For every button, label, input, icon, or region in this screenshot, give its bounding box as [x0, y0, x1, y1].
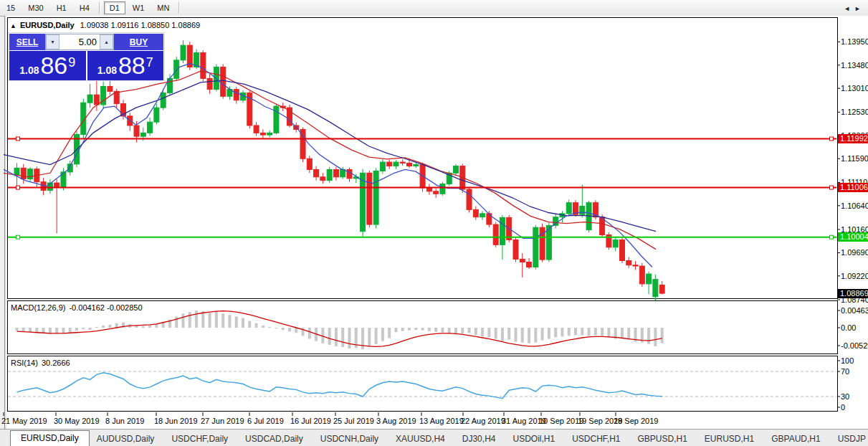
tab-AUDUSD-Daily[interactable]: AUDUSD,Daily [90, 431, 162, 446]
price-tick-label: 1.11590 [841, 154, 868, 163]
sell-price-box[interactable]: 1.08869 [9, 51, 86, 80]
tab-USDOil-H1[interactable]: USDOil,H1 [505, 431, 562, 446]
volume-increase-button[interactable]: ▲ [100, 34, 113, 49]
macd-histogram-bar [581, 328, 583, 335]
macd-histogram-bar [235, 316, 238, 328]
line-handle[interactable] [830, 186, 834, 189]
date-tick-label: 28 Sep 2019 [614, 417, 658, 425]
chart-title: ▲EURUSD,Daily1.09038 1.09116 1.08850 1.0… [10, 21, 200, 29]
macd-histogram-bar [115, 323, 118, 328]
candlestick [373, 171, 378, 225]
macd-histogram-bar [89, 328, 92, 330]
candlestick [254, 125, 259, 133]
candlestick [407, 163, 412, 166]
tab-EURUSD-H1[interactable]: EURUSD,H1 [697, 431, 761, 446]
macd-histogram-bar [448, 328, 451, 333]
sell-price-pip: 9 [68, 55, 75, 70]
price-marker-resistance: 1.11006 [838, 183, 868, 192]
price-tick-label: 1.13010 [841, 84, 868, 92]
collapse-panel-icon[interactable]: ▲ [10, 22, 16, 29]
macd-histogram-bar [102, 326, 105, 328]
tab-USDJP[interactable]: USDJP [831, 431, 868, 446]
macd-histogram-bar [221, 313, 224, 328]
macd-histogram-bar [388, 328, 391, 338]
candlestick [207, 78, 212, 89]
tab-scroll-right-icon[interactable]: ► [854, 5, 865, 12]
macd-histogram-bar [661, 328, 664, 343]
macd-histogram-bar [461, 328, 464, 333]
chevron-down-icon: ▼ [50, 39, 55, 44]
candlestick [440, 184, 445, 194]
macd-histogram-bar [574, 328, 577, 335]
buy-price-box[interactable]: 1.08887 [87, 51, 164, 80]
tab-XAUUSD-H4[interactable]: XAUUSD,H4 [388, 431, 452, 446]
macd-histogram-bar [242, 318, 244, 328]
macd-histogram-bar [348, 328, 351, 348]
candlestick [493, 224, 498, 245]
macd-histogram-bar [441, 328, 444, 333]
macd-histogram-bar [495, 328, 497, 339]
candlestick [473, 209, 478, 217]
candlestick [613, 239, 618, 247]
macd-histogram-bar [35, 328, 38, 333]
tab-GBPUSD-H1[interactable]: GBPUSD,H1 [631, 431, 695, 446]
line-handle[interactable] [830, 137, 834, 141]
candlestick [619, 239, 624, 260]
macd-header: MACD(12,26,9)-0.004162 -0.002850 [11, 303, 143, 312]
macd-histogram-bar [561, 328, 563, 336]
macd-histogram-bar [521, 328, 524, 343]
volume-input[interactable] [59, 34, 100, 49]
line-handle[interactable] [830, 235, 834, 239]
price-marker-resistance: 1.11992 [838, 134, 868, 143]
macd-histogram-bar [75, 328, 78, 331]
macd-histogram-bar [588, 328, 591, 336]
candlestick [28, 169, 33, 179]
candlestick [221, 67, 226, 97]
tab-scroll-left-icon[interactable]: ◄ [844, 5, 854, 12]
candlestick [380, 162, 385, 171]
sell-button[interactable]: SELL [9, 34, 45, 50]
line-handle[interactable] [16, 235, 20, 239]
candlestick [580, 207, 585, 215]
candlestick [639, 266, 644, 284]
macd-histogram-bar [275, 328, 277, 328]
rsi-label: RSI(14) [11, 359, 38, 367]
candlestick [21, 168, 26, 179]
macd-histogram-bar [228, 315, 231, 328]
candlestick [367, 173, 372, 224]
candlestick [148, 122, 153, 133]
candlestick [267, 133, 272, 135]
tab-GBPAUD-H1[interactable]: GBPAUD,H1 [764, 431, 827, 446]
macd-histogram-bar [182, 313, 185, 328]
tab-EURUSD-Daily[interactable]: EURUSD,Daily [10, 430, 90, 446]
macd-histogram-bar [428, 328, 431, 331]
macd-histogram-bar [394, 328, 397, 332]
tab-DJ30-H4[interactable]: DJ30,H4 [455, 431, 503, 446]
sell-price-prefix: 1.08 [19, 65, 39, 76]
macd-histogram-bar [654, 328, 657, 346]
macd-values: -0.004162 -0.002850 [69, 303, 142, 312]
candlestick [161, 92, 166, 108]
candlestick [527, 262, 532, 267]
candlestick [181, 45, 186, 60]
line-handle[interactable] [16, 137, 20, 141]
macd-histogram-bar [148, 326, 151, 328]
tab-USDCAD-Daily[interactable]: USDCAD,Daily [238, 431, 310, 446]
tab-USDCNH-Daily[interactable]: USDCNH,Daily [313, 431, 386, 446]
macd-histogram-bar [262, 326, 264, 328]
macd-histogram-bar [468, 328, 471, 333]
buy-price-pip: 7 [146, 55, 153, 70]
one-click-trade-panel: SELL ▼ ▲ BUY 1.08869 1.08887 [8, 32, 165, 81]
tab-USDCHF-H1[interactable]: USDCHF,H1 [565, 431, 627, 446]
date-tick-label: 22 Aug 2019 [461, 417, 505, 425]
macd-histogram-bar [16, 328, 19, 331]
buy-button[interactable]: BUY [114, 34, 163, 50]
candlestick [467, 189, 472, 209]
date-tick-label: 30 May 2019 [54, 417, 100, 425]
volume-decrease-button[interactable]: ▼ [46, 34, 59, 49]
macd-histogram-bar [29, 328, 32, 332]
line-handle[interactable] [16, 186, 20, 189]
candlestick [414, 165, 419, 166]
tab-USDCHF-Daily[interactable]: USDCHF,Daily [164, 431, 235, 446]
candlestick [487, 214, 492, 224]
